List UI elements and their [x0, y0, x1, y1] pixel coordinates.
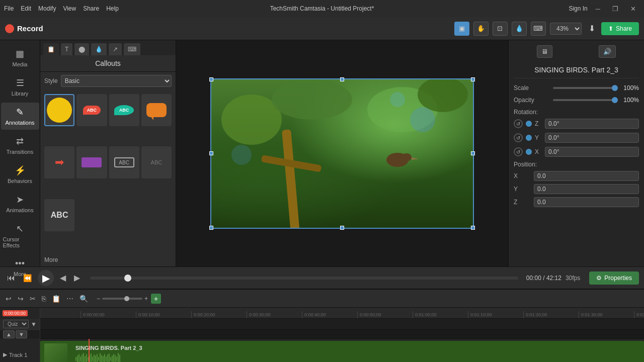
quiz-dropdown-icon[interactable]: ▼: [31, 321, 37, 328]
handle-top-left[interactable]: [209, 77, 213, 81]
menu-file[interactable]: File: [4, 5, 14, 12]
track-clips-area[interactable]: SINGING BIRDS. Part 2_3: [40, 319, 644, 362]
menu-modify[interactable]: Modify: [38, 5, 56, 12]
track-1-collapse-icon[interactable]: ▶: [3, 351, 7, 358]
canvas-wrapper[interactable]: [210, 78, 474, 229]
position-label: Position:: [514, 161, 639, 168]
video-clip[interactable]: SINGING BIRDS. Part 2_3: [40, 341, 644, 362]
zoom-minus[interactable]: −: [97, 295, 100, 302]
prev-frame-button[interactable]: ◀: [58, 271, 68, 285]
position-y-input[interactable]: 0.0: [534, 184, 639, 194]
zoom-track[interactable]: [102, 298, 142, 300]
rotation-x-input[interactable]: 0.0°: [545, 147, 639, 157]
tab-arrow[interactable]: ↗: [109, 43, 122, 55]
playhead-area[interactable]: [90, 277, 518, 280]
scale-slider[interactable]: [553, 87, 615, 89]
sidebar-item-animations[interactable]: ➤ Animations: [1, 190, 39, 217]
record-label: Record: [17, 24, 43, 33]
record-button[interactable]: Record: [5, 24, 43, 33]
callout-red-arrow[interactable]: ➡: [44, 146, 74, 178]
handle-mid-right[interactable]: [471, 151, 475, 155]
tab-shape[interactable]: ⬤: [74, 43, 89, 55]
sidebar-item-transitions[interactable]: ⇄ Transitions: [1, 132, 39, 159]
sidebar-item-library[interactable]: ☰ Library: [1, 73, 39, 101]
callout-abc-flat[interactable]: ABC: [141, 146, 172, 178]
props-audio-icon[interactable]: 🔊: [599, 45, 616, 58]
properties-gear-icon: ⚙: [596, 275, 602, 282]
callout-red-cloud[interactable]: ABC: [76, 94, 107, 126]
menu-help[interactable]: Help: [106, 5, 119, 12]
sidebar-item-behaviors[interactable]: ⚡ Behaviors: [1, 161, 39, 188]
callout-abc-outline[interactable]: ABC: [109, 146, 139, 178]
menu-edit[interactable]: Edit: [21, 5, 31, 12]
playhead-time-display: 0:00:00;00: [3, 309, 38, 317]
zoom-in-button[interactable]: 🔍: [78, 293, 90, 304]
style-select[interactable]: Basic: [61, 75, 172, 87]
callout-orange-cloud[interactable]: [141, 94, 172, 126]
maximize-button[interactable]: ❐: [608, 4, 622, 14]
menu-view[interactable]: View: [63, 5, 76, 12]
opacity-value: 100%: [619, 97, 639, 104]
handle-top-right[interactable]: [471, 77, 475, 81]
callout-green-cloud[interactable]: ABC: [109, 94, 139, 126]
undo-button[interactable]: ↩: [4, 293, 13, 304]
callout-yellow-circle[interactable]: [44, 94, 74, 126]
next-frame-button[interactable]: ▶: [72, 271, 82, 285]
sidebar-item-media[interactable]: ▦ Media: [1, 44, 39, 71]
signin-button[interactable]: Sign In: [569, 5, 587, 12]
add-track-button[interactable]: +: [151, 294, 161, 304]
share-button[interactable]: ⬆ Share: [601, 22, 639, 35]
hotkey-tool[interactable]: ⌨: [531, 22, 546, 36]
select-tool[interactable]: ▣: [454, 22, 469, 36]
nav-down-button[interactable]: ▼: [16, 330, 27, 338]
props-display-icon[interactable]: 🖥: [537, 45, 552, 58]
annotate-tool[interactable]: 💧: [512, 22, 527, 36]
opacity-slider[interactable]: [553, 99, 615, 101]
callout-abc-text[interactable]: ABC: [44, 199, 74, 231]
play-back-button[interactable]: ⏪: [21, 272, 34, 284]
nav-up-button[interactable]: ▲: [3, 330, 15, 338]
handle-bottom-right[interactable]: [471, 226, 475, 230]
sidebar-item-annotations[interactable]: ✎ Annotations: [1, 103, 39, 130]
more-tl-button[interactable]: ⋯: [65, 293, 75, 304]
skip-back-button[interactable]: ⏮: [5, 272, 17, 285]
red-arrow-shape: ➡: [55, 156, 64, 169]
opacity-label: Opacity: [514, 97, 549, 104]
menu-share[interactable]: Share: [83, 5, 99, 12]
hand-tool[interactable]: ✋: [473, 22, 489, 36]
download-button[interactable]: ⬇: [587, 22, 597, 35]
minimize-button[interactable]: ─: [592, 4, 604, 14]
play-button[interactable]: ▶: [38, 270, 54, 286]
properties-button[interactable]: ⚙ Properties: [589, 272, 639, 285]
opacity-row: Opacity 100%: [514, 97, 639, 104]
handle-bottom-left[interactable]: [209, 226, 213, 230]
tab-callouts[interactable]: 📋: [43, 43, 59, 55]
callout-purple-box[interactable]: [76, 146, 107, 178]
handle-bottom-mid[interactable]: [340, 226, 344, 230]
crop-tool[interactable]: ⊡: [493, 22, 508, 36]
properties-panel: 🖥 🔊 SINGING BIRDS. Part 2_3 Scale 100% O…: [508, 40, 644, 266]
quiz-select[interactable]: Quiz: [3, 320, 29, 328]
rotation-y-input[interactable]: 0.0°: [545, 133, 639, 143]
main-content: ▦ Media ☰ Library ✎ Annotations ⇄ Transi…: [0, 40, 644, 266]
tab-text[interactable]: T: [61, 43, 72, 55]
video-preview: [211, 79, 473, 228]
position-y-row: Y 0.0: [514, 184, 639, 194]
tab-paint[interactable]: 💧: [91, 43, 107, 55]
ruler-mark-1: 0:00:10;00: [136, 311, 191, 318]
handle-top-mid[interactable]: [340, 77, 344, 81]
position-x-input[interactable]: 0.0: [534, 171, 639, 181]
more-button[interactable]: More: [44, 256, 58, 263]
tab-keyboard[interactable]: ⌨: [124, 43, 140, 55]
rotation-z-input[interactable]: 0.0°: [545, 119, 639, 129]
position-z-input[interactable]: 0.0: [534, 197, 639, 207]
zoom-select[interactable]: 43%: [550, 23, 582, 35]
zoom-plus[interactable]: +: [144, 295, 148, 302]
sidebar-item-cursor-effects[interactable]: ↖ Cursor Effects: [1, 219, 39, 252]
redo-button[interactable]: ↪: [16, 293, 25, 304]
paste-button[interactable]: 📋: [50, 293, 62, 304]
copy-button[interactable]: ⎘: [40, 293, 47, 304]
handle-mid-left[interactable]: [209, 151, 213, 155]
close-button[interactable]: ✕: [626, 4, 640, 14]
cut-button[interactable]: ✂: [28, 293, 37, 304]
